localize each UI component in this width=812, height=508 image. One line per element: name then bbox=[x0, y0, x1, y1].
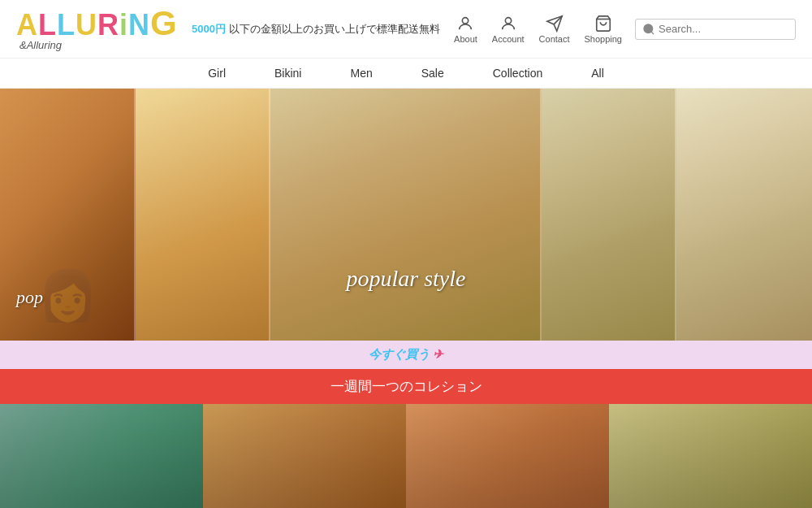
product-item-4[interactable] bbox=[609, 404, 812, 508]
buy-now-link[interactable]: 今すぐ買う ✈ bbox=[369, 347, 443, 361]
nav-bar: Girl Bikini Men Sale Collection All bbox=[0, 58, 812, 89]
shopping-icon bbox=[594, 15, 612, 33]
header-right: About Account Contact bbox=[454, 15, 796, 44]
header-icons: About Account Contact bbox=[454, 15, 622, 44]
nav-collection[interactable]: Collection bbox=[493, 67, 542, 80]
nav-sale[interactable]: Sale bbox=[421, 67, 444, 80]
logo-G: G bbox=[150, 4, 178, 42]
buy-now-arrow: ✈ bbox=[433, 347, 443, 361]
logo-area: ALLURiNG &Alluring bbox=[16, 7, 178, 51]
contact-icon-item[interactable]: Contact bbox=[539, 15, 570, 44]
logo-A: A bbox=[16, 8, 38, 41]
hero-banner: 👩 pop popular style bbox=[0, 89, 812, 341]
logo-U: U bbox=[76, 8, 97, 41]
hero-panel-1: 👩 pop bbox=[0, 89, 136, 341]
shopping-icon-item[interactable]: Shopping bbox=[585, 15, 623, 44]
svg-point-1 bbox=[505, 17, 511, 23]
hero-panel-2 bbox=[136, 89, 271, 341]
svg-point-0 bbox=[463, 17, 469, 23]
promo-text: 以下の金額以上のお買い上げで標準配送無料 bbox=[229, 23, 440, 35]
logo-main[interactable]: ALLURiNG bbox=[16, 7, 178, 41]
shopping-label: Shopping bbox=[585, 34, 623, 44]
popular-style-label: popular style bbox=[347, 266, 466, 291]
hero-panel-4 bbox=[542, 89, 677, 341]
nav-all[interactable]: All bbox=[591, 67, 604, 80]
header-top: ALLURiNG &Alluring 5000円 以下の金額以上のお買い上げで標… bbox=[0, 0, 812, 58]
weekly-bar: 一週間一つのコレション bbox=[0, 369, 812, 404]
header: ALLURiNG &Alluring 5000円 以下の金額以上のお買い上げで標… bbox=[0, 0, 812, 89]
logo-sub: &Alluring bbox=[16, 39, 62, 51]
product-grid bbox=[0, 404, 812, 508]
nav-bikini[interactable]: Bikini bbox=[274, 67, 301, 80]
product-item-3[interactable] bbox=[406, 404, 609, 508]
product-item-2[interactable] bbox=[203, 404, 406, 508]
popular-style-text: popular style bbox=[347, 266, 466, 292]
contact-icon bbox=[546, 15, 564, 33]
account-icon bbox=[499, 15, 517, 33]
nav-girl[interactable]: Girl bbox=[208, 67, 226, 80]
nav-men[interactable]: Men bbox=[350, 67, 372, 80]
search-icon bbox=[642, 23, 655, 36]
promo-price: 5000円 bbox=[192, 23, 226, 35]
logo-R: R bbox=[97, 8, 119, 41]
about-icon bbox=[456, 15, 474, 33]
account-label: Account bbox=[492, 34, 525, 44]
weekly-label: 一週間一つのコレション bbox=[330, 379, 482, 394]
search-input[interactable] bbox=[659, 23, 788, 35]
hero-panel-3: popular style bbox=[270, 89, 541, 341]
contact-label: Contact bbox=[539, 34, 570, 44]
product-item-1[interactable] bbox=[0, 404, 203, 508]
account-icon-item[interactable]: Account bbox=[492, 15, 525, 44]
hero-panel-5 bbox=[676, 89, 812, 341]
buy-now-text: 今すぐ買う bbox=[369, 347, 430, 361]
buy-now-bar: 今すぐ買う ✈ bbox=[0, 341, 812, 369]
about-label: About bbox=[454, 34, 477, 44]
pop-text: pop bbox=[16, 287, 43, 308]
logo-L2: L bbox=[57, 8, 76, 41]
promo-message: 5000円 以下の金額以上のお買い上げで標準配送無料 bbox=[178, 22, 454, 37]
search-box[interactable] bbox=[635, 19, 796, 40]
logo-N: N bbox=[128, 8, 150, 41]
logo-L1: L bbox=[38, 8, 57, 41]
logo-i: i bbox=[119, 8, 128, 41]
svg-point-3 bbox=[644, 24, 653, 33]
about-icon-item[interactable]: About bbox=[454, 15, 477, 44]
